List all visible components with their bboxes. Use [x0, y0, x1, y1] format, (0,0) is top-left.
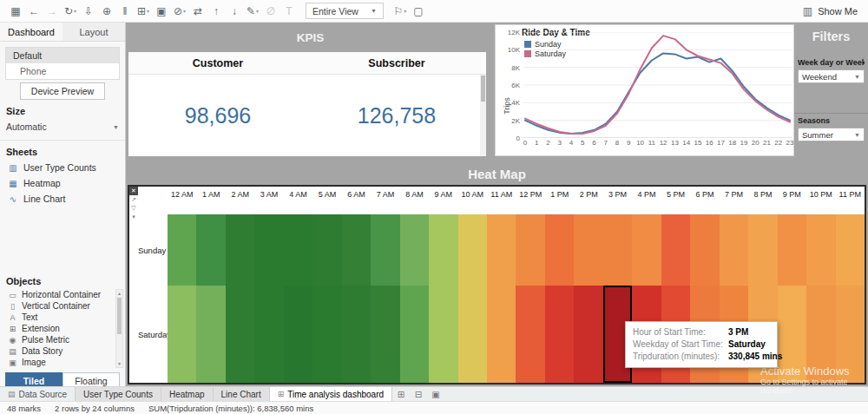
sheet-tab-heatmap[interactable]: Heatmap: [161, 387, 214, 401]
object-item-extension[interactable]: ⊞Extension: [0, 323, 115, 334]
heatmap-cell[interactable]: [400, 286, 429, 383]
heatmap-hour-label[interactable]: 7 AM: [371, 187, 399, 201]
heatmap-cell[interactable]: [371, 214, 399, 286]
heatmap-cell[interactable]: [196, 286, 225, 383]
heatmap-hour-label[interactable]: 1 PM: [545, 187, 574, 201]
go-to-sheet-icon[interactable]: ↗: [129, 195, 138, 204]
heatmap-hour-label[interactable]: 10 PM: [806, 187, 835, 201]
seasons-filter-dropdown[interactable]: Summer ▼: [798, 128, 865, 141]
heatmap-row-label[interactable]: Saturday: [136, 286, 168, 383]
heatmap-cell[interactable]: [168, 286, 196, 383]
presentation-mode-icon[interactable]: ▢: [410, 3, 427, 20]
heatmap-cell[interactable]: [429, 214, 457, 286]
heatmap-hour-label[interactable]: 12 PM: [516, 187, 544, 201]
heatmap-cell[interactable]: [312, 286, 341, 383]
device-preview-button[interactable]: Device Preview: [20, 82, 105, 100]
more-options-icon[interactable]: ▾: [129, 213, 138, 221]
line-series-sunday[interactable]: [525, 53, 790, 133]
pause-auto-updates-icon[interactable]: ‖: [116, 3, 134, 20]
heatmap-hour-label[interactable]: 8 PM: [748, 187, 777, 201]
objects-scrollbar[interactable]: ▲ ▼: [115, 289, 123, 368]
remove-zone-icon[interactable]: ✕: [129, 187, 138, 195]
heatmap-cell[interactable]: [284, 214, 312, 286]
heatmap-cell[interactable]: [603, 214, 632, 286]
show-mark-labels-icon[interactable]: ⚐▾: [391, 3, 409, 20]
heatmap-row-label[interactable]: Sunday: [136, 214, 168, 286]
heatmap-cell[interactable]: [574, 286, 602, 383]
sheet-item-heatmap[interactable]: ▦Heatmap: [0, 175, 125, 191]
heatmap-hour-label[interactable]: 6 AM: [342, 187, 371, 201]
new-data-source-icon[interactable]: ⊕: [98, 3, 115, 20]
object-item-pulse-metric[interactable]: ◉Pulse Metric: [0, 334, 115, 345]
heatmap-cell[interactable]: [226, 286, 254, 383]
kpi-value-subscriber[interactable]: 126,758: [307, 75, 486, 156]
heatmap-hour-label[interactable]: 10 AM: [458, 187, 487, 201]
save-icon[interactable]: ⇩: [80, 3, 97, 20]
heatmap-cell[interactable]: [400, 214, 429, 286]
new-story-button[interactable]: ▣: [427, 387, 444, 401]
heatmap-hour-label[interactable]: 11 PM: [836, 187, 865, 201]
clear-sheet-icon[interactable]: ⊘▾: [171, 3, 188, 20]
sheet-item-line-chart[interactable]: ∿Line Chart: [0, 191, 125, 207]
kpi-header-subscriber[interactable]: Subscriber: [307, 52, 486, 74]
heatmap-hour-label[interactable]: 5 AM: [312, 187, 341, 201]
object-item-text[interactable]: AText: [0, 312, 115, 323]
heatmap-cell[interactable]: [254, 214, 283, 286]
scroll-down-icon[interactable]: ▼: [116, 360, 122, 367]
heatmap-hour-label[interactable]: 3 PM: [603, 187, 632, 201]
heatmap-hour-label[interactable]: 5 PM: [661, 187, 690, 201]
heatmap-cell[interactable]: [806, 214, 835, 286]
sheet-tab-data-source[interactable]: ▤Data Source: [0, 387, 76, 401]
heatmap-hour-label[interactable]: 12 AM: [168, 187, 196, 201]
heatmap-cell[interactable]: [429, 286, 457, 383]
kpi-scrollbar[interactable]: [480, 75, 486, 156]
heatmap-hour-label[interactable]: 7 PM: [720, 187, 748, 201]
heatmap-cell[interactable]: [632, 214, 661, 286]
heatmap-hour-label[interactable]: 3 AM: [254, 187, 283, 201]
heatmap-cell[interactable]: [545, 286, 574, 383]
heatmap-hour-label[interactable]: 8 AM: [400, 187, 429, 201]
heatmap-cell[interactable]: [487, 286, 516, 383]
legend-item-sunday[interactable]: Sunday: [524, 39, 566, 49]
show-me-button[interactable]: ▥ Show Me: [803, 5, 861, 17]
object-item-horizontal-container[interactable]: ▭Horizontal Container: [0, 289, 115, 300]
heatmap-cell[interactable]: [458, 214, 487, 286]
object-item-vertical-container[interactable]: ▯Vertical Container: [0, 300, 115, 312]
replay-icon[interactable]: ↻▾: [62, 3, 79, 20]
heatmap-cell[interactable]: [371, 286, 399, 383]
swap-rows-columns-icon[interactable]: ⇄: [189, 3, 207, 20]
heatmap-cell[interactable]: [487, 214, 516, 286]
heatmap-hour-label[interactable]: 9 AM: [429, 187, 457, 201]
size-dropdown[interactable]: Automatic ▼: [0, 119, 125, 135]
heatmap-hour-label[interactable]: 4 PM: [632, 187, 661, 201]
kpi-header-customer[interactable]: Customer: [128, 52, 307, 74]
sort-descending-icon[interactable]: ↓: [226, 3, 243, 20]
tab-layout[interactable]: Layout: [62, 23, 125, 41]
heatmap-cell[interactable]: [342, 286, 371, 383]
new-worksheet-button[interactable]: ⊞: [392, 387, 410, 401]
sort-ascending-icon[interactable]: ↑: [207, 3, 225, 20]
heatmap-cell[interactable]: [312, 214, 341, 286]
heatmap-cell[interactable]: [196, 214, 225, 286]
weekday-filter-dropdown[interactable]: Weekend ▼: [798, 69, 865, 83]
kpi-value-customer[interactable]: 98,696: [128, 75, 307, 156]
heatmap-cell[interactable]: [661, 214, 690, 286]
use-as-filter-icon[interactable]: ▽: [129, 204, 138, 213]
heatmap-cell[interactable]: [516, 214, 544, 286]
heatmap-cell[interactable]: [836, 214, 865, 286]
object-item-image[interactable]: ▣Image: [0, 357, 115, 368]
heatmap-cell[interactable]: [284, 286, 312, 383]
heatmap-cell[interactable]: [545, 214, 574, 286]
object-item-data-story[interactable]: ▤Data Story: [0, 345, 115, 357]
sheet-item-user-type-counts[interactable]: ▥User Type Counts: [0, 160, 125, 175]
sheet-tab-time-analysis-dashboard[interactable]: ⊞Time analysis dashboard: [270, 387, 392, 401]
duplicate-sheet-icon[interactable]: ▣: [153, 3, 170, 20]
heatmap-cell[interactable]: [778, 214, 806, 286]
highlight-icon[interactable]: ✎▾: [244, 3, 261, 20]
scroll-up-icon[interactable]: ▲: [116, 290, 122, 297]
new-dashboard-button[interactable]: ⊟: [410, 387, 427, 401]
heatmap-hour-label[interactable]: 11 AM: [487, 187, 516, 201]
heatmap-cell[interactable]: [342, 214, 371, 286]
legend-item-saturday[interactable]: Saturday: [524, 49, 566, 58]
scrollbar-thumb[interactable]: [117, 298, 122, 334]
